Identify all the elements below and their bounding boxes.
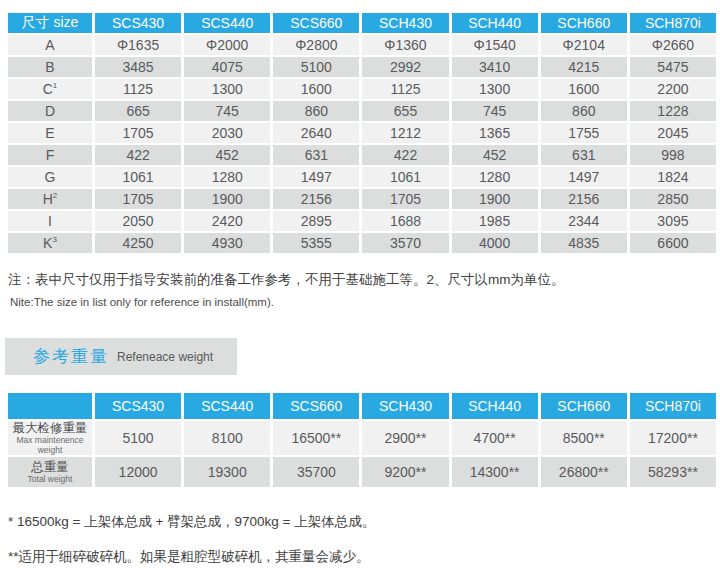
weight-table-column-header: SCS660 <box>273 393 359 419</box>
dimension-value: 2420 <box>184 211 270 231</box>
dimension-value: 1212 <box>362 123 448 143</box>
dimension-value: 2640 <box>273 123 359 143</box>
dimension-value: 2895 <box>273 211 359 231</box>
size-table-row: D6657458606557458601228 <box>8 101 716 121</box>
dimension-value: 5475 <box>630 57 716 77</box>
dimension-value: 1600 <box>273 79 359 99</box>
dimension-value: 1300 <box>184 79 270 99</box>
weight-table-column-header: SCH430 <box>362 393 448 419</box>
footnote-1: * 16500kg = 上架体总成 + 臂架总成，9700kg = 上架体总成。 <box>8 513 720 531</box>
size-table-corner-header: 尺寸 size <box>8 13 92 33</box>
dimension-value: 452 <box>184 145 270 165</box>
dimension-value: 2156 <box>541 189 627 209</box>
size-table-column-header: SCS440 <box>184 13 270 33</box>
dimension-value: 4835 <box>541 233 627 253</box>
weight-value: 58293** <box>630 457 716 487</box>
dimension-value: Φ1540 <box>452 35 538 55</box>
dimension-label: D <box>8 101 92 121</box>
size-note-en: Nite:The size in list only for reference… <box>10 296 720 308</box>
dimension-value: 452 <box>452 145 538 165</box>
size-table-row: AΦ1635Φ2000Φ2800Φ1360Φ1540Φ2104Φ2660 <box>8 35 716 55</box>
size-table-row: C11125130016001125130016002200 <box>8 79 716 99</box>
dimension-value: 1125 <box>362 79 448 99</box>
weight-value: 17200** <box>630 421 716 455</box>
size-table-row: K34250493053553570400048356600 <box>8 233 716 253</box>
size-table-row: H21705190021561705190021562850 <box>8 189 716 209</box>
dimension-value: 1300 <box>452 79 538 99</box>
dimension-value: 745 <box>184 101 270 121</box>
dimension-label: K3 <box>8 233 92 253</box>
footnote-2: **适用于细碎破碎机。如果是粗腔型破碎机，其重量会减少。 <box>8 548 720 566</box>
dimension-value: Φ2000 <box>184 35 270 55</box>
dimension-value: 2045 <box>630 123 716 143</box>
dimension-value: 631 <box>541 145 627 165</box>
dimension-value: 1061 <box>95 167 181 187</box>
dimension-value: 1755 <box>541 123 627 143</box>
size-table-row: G1061128014971061128014971824 <box>8 167 716 187</box>
weight-row-label: 总重量Total weight <box>8 457 92 487</box>
weight-value: 4700** <box>452 421 538 455</box>
weight-value: 19300 <box>184 457 270 487</box>
dimension-value: 3485 <box>95 57 181 77</box>
dimension-value: 1824 <box>630 167 716 187</box>
weight-value: 8100 <box>184 421 270 455</box>
dimension-value: 1280 <box>452 167 538 187</box>
dimension-value: 860 <box>541 101 627 121</box>
weight-value: 26800** <box>541 457 627 487</box>
weight-table-corner-header <box>8 393 92 419</box>
dimension-label: G <box>8 167 92 187</box>
dimension-value: 4215 <box>541 57 627 77</box>
weight-row-label: 最大检修重量Max maintenence weight <box>8 421 92 455</box>
dimension-value: 1497 <box>273 167 359 187</box>
weight-value: 14300** <box>452 457 538 487</box>
size-table-column-header: SCH430 <box>362 13 448 33</box>
weight-table-header-row: SCS430SCS440SCS660SCH430SCH440SCH660SCH8… <box>8 393 716 419</box>
dimension-value: 2050 <box>95 211 181 231</box>
size-table-row: B3485407551002992341042155475 <box>8 57 716 77</box>
dimension-value: 631 <box>273 145 359 165</box>
weight-row-label-cn: 总重量 <box>8 460 92 474</box>
dimension-value: Φ2660 <box>630 35 716 55</box>
size-table-row: F422452631422452631998 <box>8 145 716 165</box>
dimension-value: 422 <box>362 145 448 165</box>
dimension-value: 2156 <box>273 189 359 209</box>
dimension-value: 2850 <box>630 189 716 209</box>
dimension-value: 4000 <box>452 233 538 253</box>
dimension-value: 1228 <box>630 101 716 121</box>
dimension-value: 422 <box>95 145 181 165</box>
weight-table-column-header: SCH870i <box>630 393 716 419</box>
dimension-value: 5100 <box>273 57 359 77</box>
weight-value: 5100 <box>95 421 181 455</box>
weight-table: SCS430SCS440SCS660SCH430SCH440SCH660SCH8… <box>5 391 719 489</box>
dimension-value: 1705 <box>95 123 181 143</box>
weight-value: 2900** <box>362 421 448 455</box>
dimension-value: 4250 <box>95 233 181 253</box>
dimension-label: B <box>8 57 92 77</box>
dimension-value: 3410 <box>452 57 538 77</box>
dimension-value: 1900 <box>184 189 270 209</box>
dimension-value: 2030 <box>184 123 270 143</box>
dimension-value: 1900 <box>452 189 538 209</box>
dimension-label: A <box>8 35 92 55</box>
dimension-value: Φ1635 <box>95 35 181 55</box>
dimension-value: Φ2800 <box>273 35 359 55</box>
dimension-value: 1705 <box>362 189 448 209</box>
dimension-value: 1125 <box>95 79 181 99</box>
size-table-column-header: SCH440 <box>452 13 538 33</box>
weight-row-label-en: Total weight <box>8 474 92 484</box>
dimension-value: 1600 <box>541 79 627 99</box>
dimension-value: 1688 <box>362 211 448 231</box>
weight-table-column-header: SCS430 <box>95 393 181 419</box>
dimension-value: 1280 <box>184 167 270 187</box>
weight-value: 12000 <box>95 457 181 487</box>
weight-table-row: 总重量Total weight1200019300357009200**1430… <box>8 457 716 487</box>
dimension-label: I <box>8 211 92 231</box>
size-table: 尺寸 sizeSCS430SCS440SCS660SCH430SCH440SCH… <box>5 11 719 255</box>
weight-value: 35700 <box>273 457 359 487</box>
size-table-column-header: SCS430 <box>95 13 181 33</box>
spec-sheet-page: 尺寸 sizeSCS430SCS440SCS660SCH430SCH440SCH… <box>0 0 720 587</box>
weight-heading-en: Refeneace weight <box>117 350 213 364</box>
weight-section-heading: 参考重量 Refeneace weight <box>5 338 237 375</box>
dimension-value: 1365 <box>452 123 538 143</box>
dimension-label: F <box>8 145 92 165</box>
